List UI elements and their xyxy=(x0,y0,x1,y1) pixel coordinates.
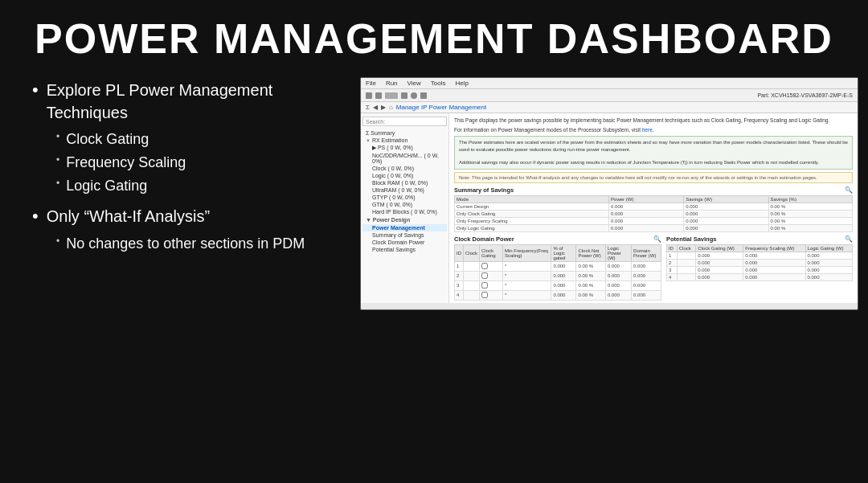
summary-row4-power: 0.000 xyxy=(609,224,684,231)
summary-row2-mode: Only Clock Gating xyxy=(455,210,609,217)
summary-row4-savings-pct: 0.00 % xyxy=(768,224,852,231)
sidebar-child-blockram[interactable]: Block RAM ( 0 W, 0%) xyxy=(362,179,447,186)
arrow-icon: ▼ xyxy=(366,138,371,143)
nav-arrow-left[interactable]: ◀ xyxy=(373,104,378,111)
table-row: 3 * 0.000 0.00 % 0.000 0.000 xyxy=(455,280,661,290)
potential-savings-section: Potential Savings 🔍 ID Clock Clock Gatin… xyxy=(666,235,853,301)
sub-bullet-clock-gating: • Clock Gating xyxy=(56,129,313,150)
summary-row3-mode: Only Frequency Scaling xyxy=(455,217,609,224)
sidebar-item-clock-domain[interactable]: Clock Domain Power xyxy=(362,239,447,246)
ps-row4-id: 4 xyxy=(666,273,677,280)
clock-domain-section: Clock Domain Power 🔍 ID Clock Clock Gati… xyxy=(454,235,661,301)
sidebar-item-power-management[interactable]: Power Management xyxy=(362,224,447,231)
sidebar-child-hardip[interactable]: Hard IP Blocks ( 0 W, 0%) xyxy=(362,208,447,215)
menu-file[interactable]: File xyxy=(366,80,376,87)
summary-row1-power: 0.000 xyxy=(609,203,684,210)
cd-col-pct-logic: % of Logic gated xyxy=(551,244,576,261)
summary-row2-power: 0.000 xyxy=(609,210,684,217)
menu-help[interactable]: Help xyxy=(455,80,468,87)
note-box: Note: This page is intended for What-If … xyxy=(454,172,853,183)
summary-row3-savings-w: 0.000 xyxy=(684,217,768,224)
nav-arrow-right[interactable]: ▶ xyxy=(381,104,386,111)
sub-bullets-2: • No changes to other sections in PDM xyxy=(32,233,313,255)
toolbar-icon-2[interactable] xyxy=(375,92,382,99)
ps-col-freq-scaling: Frequency Scaling (W) xyxy=(743,244,805,252)
summary-row3-power: 0.000 xyxy=(609,217,684,224)
sigma-icon: Σ xyxy=(366,130,369,136)
sub-bullet-clock-gating-text: Clock Gating xyxy=(66,129,149,150)
bullet-dot-1: • xyxy=(32,79,39,102)
here-link[interactable]: here xyxy=(642,127,653,133)
summary-title: Summary of Savings xyxy=(454,186,514,194)
menu-view[interactable]: View xyxy=(407,80,421,87)
table-row: Only Clock Gating 0.000 0.000 0.00 % xyxy=(455,210,853,217)
menu-run[interactable]: Run xyxy=(386,80,398,87)
cd-row2-gating-checkbox[interactable] xyxy=(481,272,488,279)
summary-section: Summary of Savings 🔍 Mode Power (W) Savi… xyxy=(454,186,853,232)
sub-bullet-logic-gating-text: Logic Gating xyxy=(66,175,147,197)
clock-domain-header-row: Clock Domain Power 🔍 xyxy=(454,235,661,243)
ps-row2-id: 2 xyxy=(666,259,677,266)
potential-savings-title: Potential Savings xyxy=(666,235,717,243)
bottom-tables: Clock Domain Power 🔍 ID Clock Clock Gati… xyxy=(454,235,853,301)
bullet-main-2: • Only “What-If Analysis” xyxy=(32,205,313,228)
ps-col-logic-gating: Logic Gating (W) xyxy=(805,244,852,252)
summary-table: Mode Power (W) Savings (W) Savings (%) C… xyxy=(454,195,853,232)
sidebar-item-potential-savings[interactable]: Potential Savings xyxy=(362,246,447,253)
tables-row: Summary of Savings 🔍 Mode Power (W) Savi… xyxy=(454,186,853,232)
part-info: Part: XCVH1582-VSVA3697-2MP-E-S xyxy=(757,92,853,98)
table-row: 2 * 0.000 0.00 % 0.000 0.000 xyxy=(455,271,661,280)
cd-row4-gating-checkbox[interactable] xyxy=(481,292,488,298)
table-row: 3 0.000 0.000 0.000 xyxy=(666,266,852,273)
toolbar-icon-1[interactable] xyxy=(366,92,372,99)
cd-row3-gating-checkbox[interactable] xyxy=(481,282,488,289)
app-screenshot: File Run View Tools Help Part: XCVH1582-… xyxy=(360,77,858,310)
sidebar-child-noc[interactable]: NoC/DDR/MCH/M... ( 0 W, 0%) xyxy=(362,152,447,165)
summary-col-mode: Mode xyxy=(455,195,609,203)
summary-col-savings-pct: Savings (%) xyxy=(768,195,852,203)
cd-col-gating: Clock Gating xyxy=(480,244,503,261)
summary-row1-mode: Current Design xyxy=(455,203,609,210)
sub-bullet-freq-scaling: • Frequency Scaling xyxy=(56,152,313,174)
sidebar-group-powerdesign: ▼ Power Design xyxy=(362,215,447,224)
sidebar: Σ Summary ▼ RX Estimation ▶ PS ( 0 W, 0%… xyxy=(361,113,449,303)
cd-row4-id: 4 xyxy=(455,290,464,300)
cd-row2-id: 2 xyxy=(455,271,464,280)
cd-row1-gating-checkbox[interactable] xyxy=(481,263,488,269)
sidebar-search-input[interactable] xyxy=(362,117,447,126)
menu-tools[interactable]: Tools xyxy=(431,80,446,87)
potential-savings-search-icon[interactable]: 🔍 xyxy=(845,235,853,243)
app-menubar[interactable]: File Run View Tools Help xyxy=(361,78,858,89)
toolbar-icon-6[interactable] xyxy=(420,92,427,99)
clock-domain-search-icon[interactable]: 🔍 xyxy=(653,235,661,243)
clock-domain-title: Clock Domain Power xyxy=(454,235,514,243)
info-box: The Power estimates here are scaled vers… xyxy=(454,136,853,170)
sidebar-child-gtm[interactable]: GTM ( 0 W, 0%) xyxy=(362,201,447,208)
summary-search-icon[interactable]: 🔍 xyxy=(845,186,853,194)
page-title: POWER MANAGEMENT DASHBOARD xyxy=(0,0,868,71)
sidebar-child-clock[interactable]: Clock ( 0 W, 0%) xyxy=(362,165,447,172)
cd-row3-id: 3 xyxy=(455,280,464,290)
ps-col-id: ID xyxy=(666,244,677,252)
sidebar-item-summary[interactable]: Σ Summary xyxy=(362,129,447,137)
nav-bar: Σ ◀ ▶ ⌂ Manage IP Power Management xyxy=(361,102,858,113)
ps-col-clock: Clock xyxy=(677,244,695,252)
nav-home[interactable]: ⌂ xyxy=(389,104,393,111)
sub-bullet-no-changes: • No changes to other sections in PDM xyxy=(56,233,313,255)
app-body: Σ Summary ▼ RX Estimation ▶ PS ( 0 W, 0%… xyxy=(361,113,858,303)
potential-savings-table: ID Clock Clock Gating (W) Frequency Scal… xyxy=(666,244,853,281)
sidebar-item-rx-estimation[interactable]: ▼ RX Estimation xyxy=(362,137,447,144)
sidebar-item-summary-savings[interactable]: Summary of Savings xyxy=(362,231,447,239)
toolbar-icon-4[interactable] xyxy=(401,92,407,99)
sidebar-child-ps[interactable]: ▶ PS ( 0 W, 0%) xyxy=(362,144,447,152)
table-row: 4 0.000 0.000 0.000 xyxy=(666,273,852,280)
toolbar-icon-3[interactable] xyxy=(385,92,398,99)
table-row: 2 0.000 0.000 0.000 xyxy=(666,259,852,266)
sidebar-child-gtyp[interactable]: GTYP ( 0 W, 0%) xyxy=(362,194,447,201)
summary-row3-savings-pct: 0.00 % xyxy=(768,217,852,224)
info-text-2: For information on Power Management mode… xyxy=(454,126,853,133)
bullet-text-2: Only “What-If Analysis” xyxy=(47,205,210,227)
sidebar-child-logic[interactable]: Logic ( 0 W, 0%) xyxy=(362,172,447,179)
sidebar-child-ultraram[interactable]: UltraRAM ( 0 W, 0%) xyxy=(362,186,447,194)
toolbar-icon-5[interactable] xyxy=(411,92,417,99)
